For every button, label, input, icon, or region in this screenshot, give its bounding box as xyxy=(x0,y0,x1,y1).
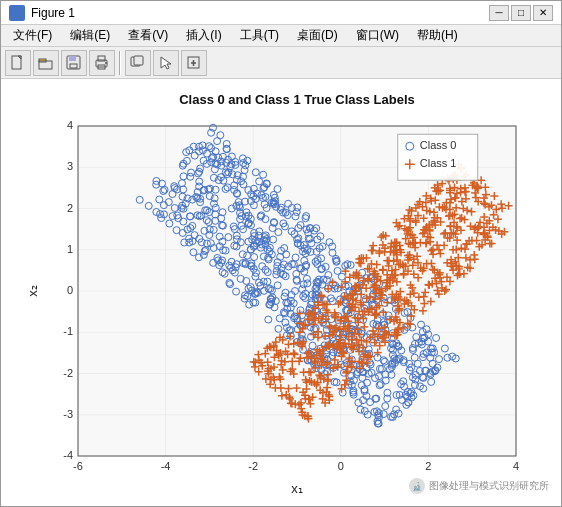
toolbar-sep-1 xyxy=(119,51,121,75)
watermark-icon: 🔬 xyxy=(409,478,425,494)
svg-point-11 xyxy=(105,62,107,64)
cursor-button[interactable] xyxy=(153,50,179,76)
title-bar: Figure 1 ─ □ ✕ xyxy=(1,1,561,25)
window-title: Figure 1 xyxy=(31,6,75,20)
menu-insert[interactable]: 插入(I) xyxy=(178,25,229,46)
insert-text-button[interactable] xyxy=(181,50,207,76)
zoom-in-button[interactable] xyxy=(125,50,151,76)
menu-tools[interactable]: 工具(T) xyxy=(232,25,287,46)
toolbar xyxy=(1,47,561,79)
minimize-button[interactable]: ─ xyxy=(489,5,509,21)
menu-window[interactable]: 窗口(W) xyxy=(348,25,407,46)
maximize-button[interactable]: □ xyxy=(511,5,531,21)
menu-bar: 文件(F) 编辑(E) 查看(V) 插入(I) 工具(T) 桌面(D) 窗口(W… xyxy=(1,25,561,47)
svg-rect-13 xyxy=(134,56,143,65)
menu-view[interactable]: 查看(V) xyxy=(120,25,176,46)
svg-marker-14 xyxy=(161,57,171,69)
print-button[interactable] xyxy=(89,50,115,76)
menu-desktop[interactable]: 桌面(D) xyxy=(289,25,346,46)
menu-file[interactable]: 文件(F) xyxy=(5,25,60,46)
scatter-plot[interactable] xyxy=(26,88,536,498)
window-controls: ─ □ ✕ xyxy=(489,5,553,21)
new-button[interactable] xyxy=(5,50,31,76)
watermark-text: 图像处理与模式识别研究所 xyxy=(429,479,549,493)
menu-edit[interactable]: 编辑(E) xyxy=(62,25,118,46)
watermark: 🔬 图像处理与模式识别研究所 xyxy=(409,478,549,494)
svg-rect-7 xyxy=(70,64,77,68)
app-icon xyxy=(9,5,25,21)
close-button[interactable]: ✕ xyxy=(533,5,553,21)
save-button[interactable] xyxy=(61,50,87,76)
title-bar-left: Figure 1 xyxy=(9,5,75,21)
main-window: Figure 1 ─ □ ✕ 文件(F) 编辑(E) 查看(V) 插入(I) 工… xyxy=(0,0,562,507)
plot-area: 🔬 图像处理与模式识别研究所 xyxy=(1,79,561,506)
svg-rect-6 xyxy=(69,56,76,61)
open-button[interactable] xyxy=(33,50,59,76)
menu-help[interactable]: 帮助(H) xyxy=(409,25,466,46)
